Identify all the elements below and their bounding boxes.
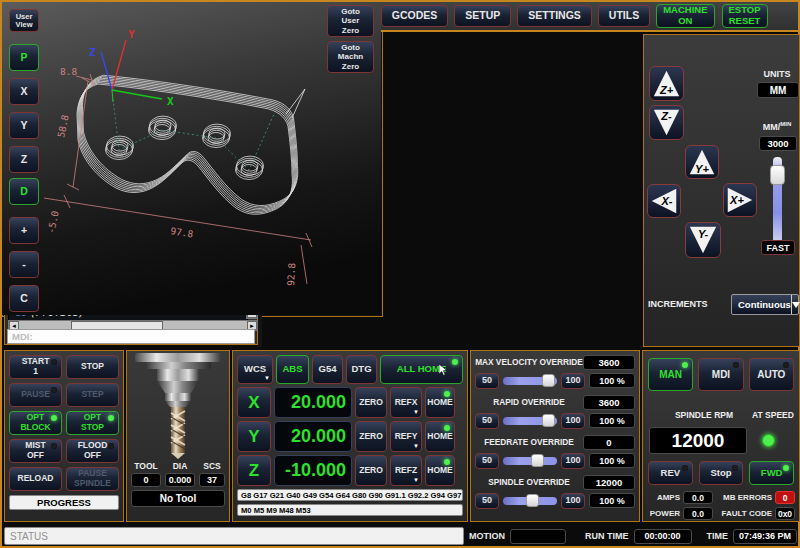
mdi-mode-button[interactable]: MDI bbox=[698, 358, 743, 391]
override-min-button[interactable]: 50 bbox=[475, 413, 499, 429]
auto-mode-button[interactable]: AUTO bbox=[749, 358, 794, 391]
mdi-placeholder: MDI: bbox=[8, 331, 33, 342]
man-mode-button[interactable]: MAN bbox=[648, 358, 693, 391]
tool-label: TOOL bbox=[131, 461, 161, 471]
view-button-+[interactable]: + bbox=[9, 217, 39, 244]
pause-button[interactable]: PAUSE bbox=[9, 383, 62, 407]
refy-button[interactable]: REFY▼ bbox=[390, 421, 422, 452]
mouse-cursor-icon bbox=[439, 364, 448, 376]
home-x-button[interactable]: HOME bbox=[425, 387, 455, 418]
mode-panel: MAN MDI AUTO SPINDLE RPM AT SPEED 12000 … bbox=[642, 350, 800, 522]
override-max-button[interactable]: 100 bbox=[561, 453, 585, 469]
tab-gcodes[interactable]: GCODES bbox=[381, 5, 449, 27]
view-button--[interactable]: - bbox=[9, 251, 39, 278]
dtg-button[interactable]: DTG bbox=[346, 355, 377, 384]
override-percent: 100 % bbox=[589, 413, 635, 428]
jog-z-minus-button[interactable]: Z- bbox=[649, 105, 684, 140]
override-max-button[interactable]: 100 bbox=[561, 413, 585, 429]
dro-value-x: 20.000 bbox=[274, 387, 352, 418]
dia-label: DIA bbox=[165, 461, 195, 471]
override-slider[interactable] bbox=[503, 497, 557, 505]
chevron-down-icon[interactable] bbox=[791, 295, 800, 314]
abs-button[interactable]: ABS bbox=[276, 355, 309, 384]
step-button[interactable]: STEP bbox=[66, 383, 119, 407]
goto-machine-zero-button[interactable]: Goto Machn Zero bbox=[327, 41, 374, 73]
pause-spindle-button[interactable]: PAUSE SPINDLE bbox=[66, 467, 119, 491]
view-button-z[interactable]: Z bbox=[9, 146, 39, 173]
wcs-button[interactable]: WCS▼ bbox=[237, 355, 273, 384]
zero-y-button[interactable]: ZERO bbox=[355, 421, 387, 452]
opt-stop-button[interactable]: OPT STOP bbox=[66, 411, 119, 435]
tab-utils[interactable]: UTILS bbox=[598, 5, 650, 27]
view-button-user-view[interactable]: User View bbox=[9, 9, 39, 32]
stop-button[interactable]: STOP bbox=[66, 355, 119, 379]
spindle-fwd-button[interactable]: FWD bbox=[749, 461, 794, 485]
tool-diameter: 0.000 bbox=[165, 473, 195, 487]
override-max-button[interactable]: 100 bbox=[561, 493, 585, 509]
feedrate-override: FEEDRATE OVERRIDE050100100 % bbox=[475, 434, 635, 471]
home-z-button[interactable]: HOME bbox=[425, 455, 455, 486]
fast-button[interactable]: FAST bbox=[761, 240, 795, 255]
refz-button[interactable]: REFZ▼ bbox=[390, 455, 422, 486]
axis-z-button[interactable]: Z bbox=[237, 455, 271, 486]
increments-label: INCREMENTS bbox=[646, 299, 718, 309]
spindle-stop-button[interactable]: Stop bbox=[699, 461, 744, 485]
jog-x-plus-button[interactable]: X+ bbox=[723, 183, 757, 217]
status-bar: STATUS MOTION RUN TIME 00:00:00 TIME 07:… bbox=[4, 526, 800, 546]
flood-off-button[interactable]: FLOOD OFF bbox=[66, 439, 119, 463]
mist-off-button[interactable]: MIST OFF bbox=[9, 439, 62, 463]
opt-block-button[interactable]: OPT BLOCK bbox=[9, 411, 62, 435]
mb-errors-value: 0 bbox=[775, 491, 795, 504]
mdi-input[interactable]: MDI: bbox=[7, 329, 255, 344]
runtime-label: RUN TIME bbox=[585, 531, 629, 541]
jog-z-plus-button[interactable]: Z+ bbox=[649, 66, 684, 101]
all-home-button[interactable]: ALL HOME bbox=[380, 355, 463, 384]
override-max-button[interactable]: 100 bbox=[561, 373, 585, 389]
at-speed-led bbox=[762, 434, 775, 447]
tab-setup[interactable]: SETUP bbox=[454, 5, 511, 27]
spindle-override: SPINDLE OVERRIDE1200050100100 % bbox=[475, 474, 635, 511]
reload-button[interactable]: RELOAD bbox=[9, 467, 62, 491]
rapid-override: RAPID OVERRIDE360050100100 % bbox=[475, 394, 635, 431]
view-button-d[interactable]: D bbox=[9, 178, 39, 205]
toolpath-graphic[interactable]: Y Z X 8.8 58.8 -5 bbox=[2, 2, 381, 315]
refx-button[interactable]: REFX▼ bbox=[390, 387, 422, 418]
jog-x-minus-button[interactable]: X- bbox=[647, 184, 681, 218]
override-min-button[interactable]: 50 bbox=[475, 493, 499, 509]
zero-x-button[interactable]: ZERO bbox=[355, 387, 387, 418]
override-percent: 100 % bbox=[589, 453, 635, 468]
view-button-y[interactable]: Y bbox=[9, 112, 39, 139]
axis-y-button[interactable]: Y bbox=[237, 421, 271, 452]
override-slider[interactable] bbox=[503, 417, 557, 425]
start-1-button[interactable]: START 1 bbox=[9, 355, 62, 379]
tab-settings[interactable]: SETTINGS bbox=[517, 5, 592, 27]
g54-button[interactable]: G54 bbox=[312, 355, 343, 384]
view-button-c[interactable]: C bbox=[9, 285, 39, 312]
axis-x-button[interactable]: X bbox=[237, 387, 271, 418]
tool-image bbox=[131, 353, 225, 460]
units-value: MM bbox=[757, 82, 799, 98]
view-button-x[interactable]: X bbox=[9, 78, 39, 105]
override-percent: 100 % bbox=[589, 493, 635, 508]
tool-panel: TOOL DIA SCS 0 0.000 37 No Tool bbox=[126, 350, 230, 522]
toolpath-preview-panel: Y Z X 8.8 58.8 -5 bbox=[2, 2, 383, 317]
override-slider[interactable] bbox=[503, 377, 557, 385]
machine-on-button[interactable]: MACHINE ON bbox=[656, 4, 714, 28]
estop-reset-button[interactable]: ESTOP RESET bbox=[722, 4, 768, 28]
jog-panel: Z+ Z- Y+ X- X+ Y- UNITS MM MM/MIN 3000 F… bbox=[643, 34, 800, 347]
jog-y-plus-button[interactable]: Y+ bbox=[685, 145, 719, 179]
spindle-rev-button[interactable]: REV bbox=[648, 461, 693, 485]
override-min-button[interactable]: 50 bbox=[475, 373, 499, 389]
view-button-p[interactable]: P bbox=[9, 44, 39, 71]
home-y-button[interactable]: HOME bbox=[425, 421, 455, 452]
program-control-panel: START 1STOPPAUSESTEPOPT BLOCKOPT STOPMIS… bbox=[4, 350, 124, 522]
override-min-button[interactable]: 50 bbox=[475, 453, 499, 469]
increments-dropdown[interactable]: Continuous bbox=[731, 294, 799, 315]
zero-z-button[interactable]: ZERO bbox=[355, 455, 387, 486]
override-slider[interactable] bbox=[503, 457, 557, 465]
override-label: FEEDRATE OVERRIDE bbox=[475, 437, 583, 447]
jog-rate-slider[interactable] bbox=[773, 157, 782, 243]
jog-y-minus-button[interactable]: Y- bbox=[685, 222, 721, 258]
goto-user-zero-button[interactable]: Goto User Zero bbox=[327, 5, 374, 37]
status-field: STATUS bbox=[4, 527, 464, 545]
